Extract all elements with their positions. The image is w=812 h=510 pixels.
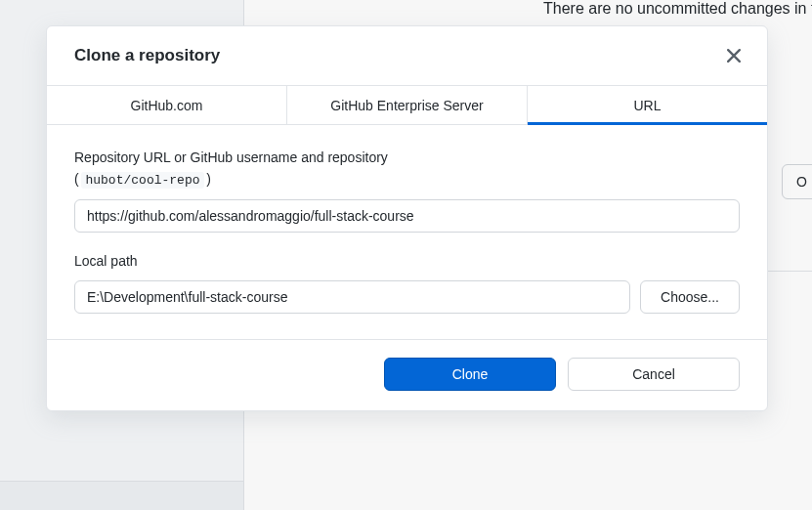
repo-url-label: Repository URL or GitHub username and re… <box>74 147 740 191</box>
local-path-row: Choose... <box>74 280 740 314</box>
repo-url-label-text: Repository URL or GitHub username and re… <box>74 149 388 165</box>
dialog-footer: Clone Cancel <box>47 339 767 410</box>
tab-url[interactable]: URL <box>528 86 767 124</box>
dialog-header: Clone a repository <box>47 26 767 85</box>
repo-url-field-group: Repository URL or GitHub username and re… <box>74 147 740 233</box>
local-path-label: Local path <box>74 250 740 272</box>
clone-button[interactable]: Clone <box>384 358 556 391</box>
repo-url-input[interactable] <box>74 199 740 233</box>
local-path-input[interactable] <box>74 280 630 314</box>
close-icon <box>727 49 741 63</box>
repo-url-hint-close: ) <box>204 171 211 187</box>
repo-url-hint-code: hubot/cool-repo <box>81 172 203 189</box>
tab-github-com[interactable]: GitHub.com <box>47 86 287 124</box>
local-path-field-group: Local path Choose... <box>74 250 740 313</box>
tab-github-enterprise[interactable]: GitHub Enterprise Server <box>287 86 528 124</box>
clone-repository-dialog: Clone a repository GitHub.com GitHub Ent… <box>46 25 768 411</box>
dialog-title: Clone a repository <box>74 46 220 65</box>
close-button[interactable] <box>722 44 746 67</box>
choose-path-button[interactable]: Choose... <box>640 280 740 314</box>
dialog-body: Repository URL or GitHub username and re… <box>47 125 767 339</box>
cancel-button[interactable]: Cancel <box>568 358 740 391</box>
tabs: GitHub.com GitHub Enterprise Server URL <box>47 85 767 125</box>
